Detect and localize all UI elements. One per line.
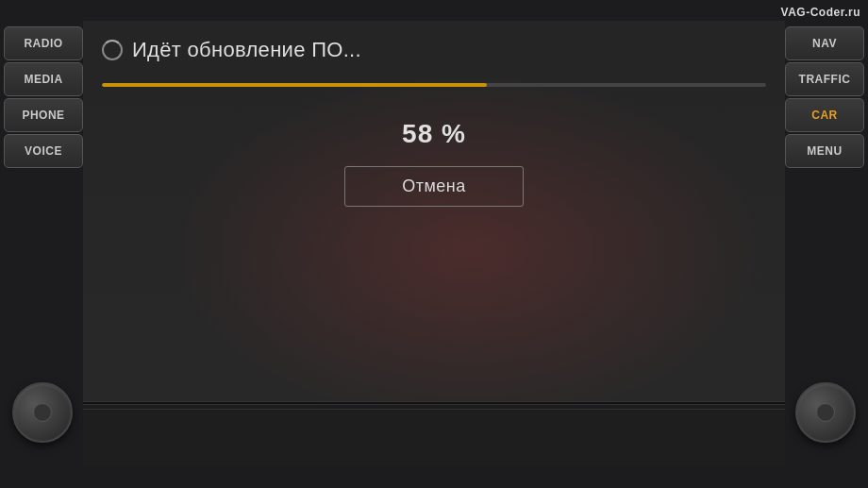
nav-button[interactable]: NAV — [785, 26, 864, 60]
percentage-row: 58 % — [102, 119, 766, 149]
phone-button[interactable]: PHONE — [4, 98, 83, 132]
menu-button[interactable]: MENU — [785, 134, 864, 168]
cancel-button[interactable]: Отмена — [344, 166, 524, 207]
right-button-panel: NAV TRAFFIC CAR MENU — [785, 26, 868, 168]
radio-button[interactable]: RADIO — [4, 26, 83, 60]
cancel-row: Отмена — [102, 166, 766, 207]
percentage-text: 58 % — [402, 119, 466, 149]
traffic-button[interactable]: TRAFFIC — [785, 62, 864, 96]
progress-bar-fill — [102, 83, 487, 87]
watermark: VAG-Coder.ru — [781, 6, 860, 19]
screen-content: Идёт обновление ПО... 58 % Отмена — [83, 21, 785, 403]
left-button-panel: RADIO MEDIA PHONE VOICE — [0, 26, 83, 168]
right-knob[interactable] — [795, 382, 856, 443]
header-row: Идёт обновление ПО... — [102, 38, 766, 62]
card-slot — [83, 401, 785, 405]
knob-inner — [33, 403, 52, 422]
voice-button[interactable]: VOICE — [4, 134, 83, 168]
car-button[interactable]: CAR — [785, 98, 864, 132]
media-button[interactable]: MEDIA — [4, 62, 83, 96]
left-knob[interactable] — [12, 382, 73, 443]
bottom-strip — [83, 409, 785, 467]
spinner-icon — [102, 40, 123, 60]
progress-bar-track — [102, 83, 766, 87]
left-knob-area — [2, 365, 83, 460]
right-knob-area — [785, 365, 866, 460]
knob-inner-right — [816, 403, 835, 422]
car-unit: VAG-Coder.ru RADIO MEDIA PHONE VOICE NAV… — [0, 0, 868, 488]
main-screen: Идёт обновление ПО... 58 % Отмена — [83, 21, 785, 403]
update-title: Идёт обновление ПО... — [132, 38, 361, 62]
progress-section — [102, 83, 766, 87]
